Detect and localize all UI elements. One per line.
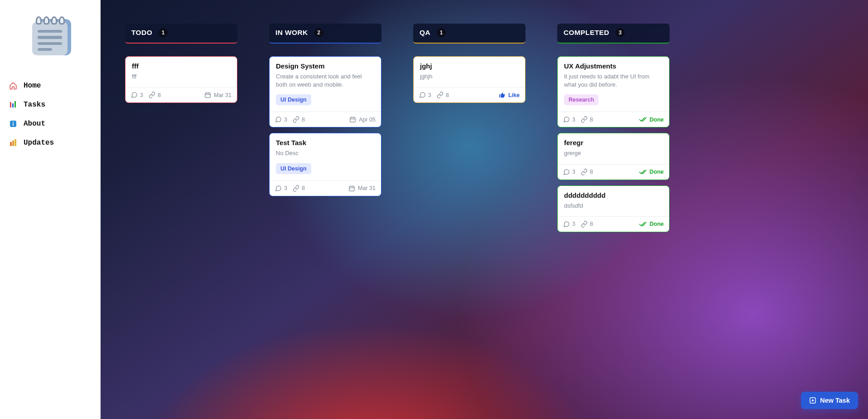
sidebar-nav: Home Tasks About Updates [9,82,92,147]
card-comments[interactable]: 3 [275,185,287,192]
card-like[interactable]: Like [499,92,520,98]
task-card[interactable]: dddddddddddsfsdfd38Done [557,185,670,232]
card-comments[interactable]: 3 [563,221,575,228]
svg-rect-6 [10,142,12,146]
card-footer: 38Mar 31 [125,87,237,102]
card-footer: 38Done [558,112,669,127]
cards-list: Design SystemCreate a consistent look an… [269,56,381,196]
check-done-icon [639,221,647,227]
comment-icon [563,169,570,175]
check-done-icon [639,117,647,122]
card-desc: fff [132,73,231,81]
card-comments[interactable]: 3 [563,116,575,123]
card-links[interactable]: 8 [149,92,161,98]
card-comments[interactable]: 3 [275,116,287,123]
card-links[interactable]: 8 [293,185,305,192]
column-header: COMPLETED3 [557,24,670,44]
card-desc: jghjh [420,73,519,81]
thumbs-up-icon [499,92,506,98]
svg-rect-5 [13,123,14,126]
column-inwork: IN WORK2Design SystemCreate a consistent… [269,24,381,196]
nav-home[interactable]: Home [9,82,92,90]
card-desc: No Desc [276,149,375,157]
check-done-icon [639,169,647,175]
card-tag: UI Design [276,163,311,174]
card-title: UX Adjustments [564,62,663,70]
comment-icon [275,116,282,123]
card-done: Done [639,169,664,175]
card-comments[interactable]: 3 [131,92,143,98]
column-title: COMPLETED [564,29,609,37]
card-links[interactable]: 8 [293,116,305,123]
card-title: fff [132,62,231,70]
calendar-icon [204,92,211,98]
card-desc: grerge [564,149,663,157]
nav-label: Tasks [24,101,45,109]
card-comments[interactable]: 3 [419,92,431,98]
card-due-date: Mar 31 [348,185,376,192]
svg-rect-8 [14,139,16,146]
board-area: TODO1ffffff38Mar 31IN WORK2Design System… [101,0,868,419]
task-card[interactable]: feregrgrerge38Done [557,133,670,180]
column-completed: COMPLETED3UX AdjustmentsIt just needs to… [557,24,670,232]
card-links[interactable]: 8 [437,92,449,98]
card-footer: 38Done [558,164,669,180]
column-count-badge: 1 [437,28,446,37]
svg-rect-9 [205,93,210,97]
column-header: IN WORK2 [269,24,381,44]
sidebar: Home Tasks About Updates [0,0,101,419]
nav-tasks[interactable]: Tasks [9,101,92,109]
link-icon [437,92,444,98]
new-task-button[interactable]: New Task [801,392,858,409]
info-icon [9,120,17,128]
card-footer: 38Apr 05 [270,112,381,127]
card-links[interactable]: 8 [581,116,593,123]
card-tag: Research [564,94,598,105]
column-count-badge: 1 [159,28,168,37]
column-todo: TODO1ffffff38Mar 31 [125,24,237,103]
svg-rect-17 [349,186,354,191]
task-card[interactable]: UX AdjustmentsIt just needs to adabt the… [557,56,670,127]
card-footer: 38Mar 31 [270,180,381,196]
cards-list: ffffff38Mar 31 [125,56,237,103]
card-done: Done [639,117,664,123]
svg-rect-4 [13,122,14,123]
column-title: QA [420,29,430,37]
cards-list: jghjjghjh38Like [413,56,526,103]
card-due-date: Mar 31 [204,92,231,98]
card-title: Design System [276,62,375,70]
link-icon [581,169,588,175]
comment-icon [563,221,570,228]
svg-rect-13 [350,118,355,122]
comment-icon [275,185,282,192]
task-card[interactable]: ffffff38Mar 31 [125,56,237,103]
column-title: IN WORK [275,29,308,37]
nav-label: About [24,120,45,128]
calendar-icon [349,116,356,123]
card-links[interactable]: 8 [581,169,593,175]
link-icon [581,221,588,228]
card-title: Test Task [276,139,375,146]
nav-about[interactable]: About [9,120,92,128]
link-icon [293,185,299,192]
card-links[interactable]: 8 [581,221,593,228]
updates-icon [9,139,17,147]
card-comments[interactable]: 3 [563,169,575,175]
task-card[interactable]: jghjjghjh38Like [413,56,526,103]
card-desc: It just needs to adabt the UI from what … [564,73,663,89]
column-header: TODO1 [125,24,237,44]
column-header: QA1 [413,24,526,44]
tasks-icon [9,101,17,109]
new-task-label: New Task [820,397,850,404]
svg-rect-2 [14,101,16,107]
nav-updates[interactable]: Updates [9,139,92,147]
logo [9,14,92,55]
column-title: TODO [131,29,152,37]
card-title: feregr [564,139,663,146]
task-card[interactable]: Test TaskNo DescUI Design38Mar 31 [269,133,381,196]
card-title: jghj [420,62,519,70]
link-icon [293,116,299,123]
task-card[interactable]: Design SystemCreate a consistent look an… [269,56,381,127]
column-qa: QA1jghjjghjh38Like [413,24,526,103]
kanban-board: TODO1ffffff38Mar 31IN WORK2Design System… [101,0,868,287]
